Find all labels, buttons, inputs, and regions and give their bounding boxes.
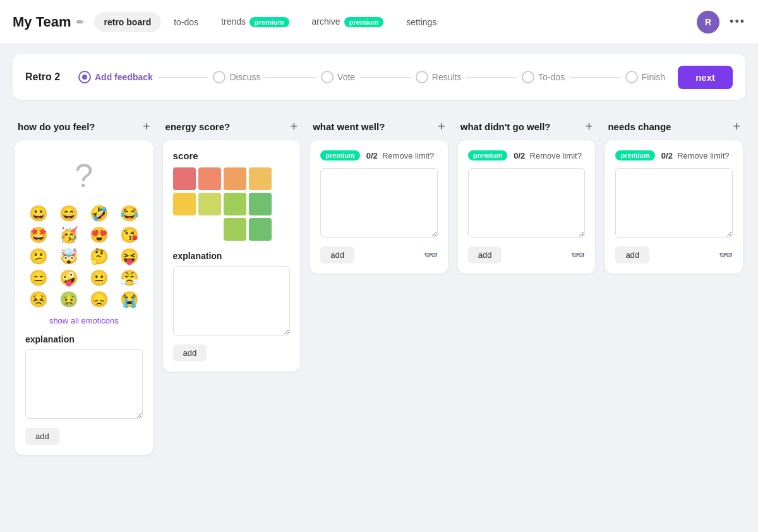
score-cell-4[interactable] (249, 167, 272, 190)
emoticon-12[interactable]: 😝 (116, 248, 143, 265)
mask-icon-didnt-go-well[interactable]: 👓 (571, 248, 585, 262)
retro-label: Retro 2 (25, 71, 63, 83)
score-label: score (173, 150, 291, 161)
more-options-button[interactable]: ••• (730, 15, 745, 28)
score-cell-8[interactable] (249, 193, 272, 215)
explanation-textarea-feel[interactable] (25, 349, 143, 419)
step-circle-finish (625, 71, 638, 83)
emoticon-17[interactable]: 😣 (25, 291, 52, 308)
score-cell-9 (173, 218, 196, 241)
score-cell-5[interactable] (173, 193, 196, 215)
emoticon-1[interactable]: 😀 (25, 205, 52, 222)
step-results[interactable]: Results (416, 71, 462, 83)
add-col-needs-change-button[interactable]: + (733, 120, 740, 133)
tab-settings[interactable]: settings (396, 12, 447, 32)
score-grid (173, 167, 291, 241)
emoticon-2[interactable]: 😄 (56, 205, 82, 222)
add-went-well-button[interactable]: add (320, 246, 354, 263)
card-footer-didnt-go-well: add 👓 (468, 246, 586, 263)
emoticon-5[interactable]: 🤩 (25, 226, 52, 244)
steps: Add feedback Discuss Vote Results To-dos… (78, 71, 665, 83)
premium-badge-what-didnt-go-well: premium (468, 150, 507, 160)
show-all-emoticons-link[interactable]: show all emoticons (25, 316, 143, 325)
team-name-text: My Team (13, 14, 71, 30)
tab-archive[interactable]: archivepremium (302, 11, 394, 32)
score-cell-6[interactable] (198, 193, 221, 215)
score-cell-1[interactable] (173, 167, 196, 190)
team-title: My Team ✏ (13, 14, 84, 30)
column-title-feel: how do you feel? (18, 121, 95, 132)
score-cell-2[interactable] (198, 167, 221, 190)
emoticon-14[interactable]: 🤪 (56, 269, 82, 287)
emoticon-3[interactable]: 🤣 (86, 205, 112, 222)
tab-retro-board[interactable]: retro board (94, 12, 162, 32)
step-label-results: Results (432, 72, 462, 82)
column-header-needs-change: needs change + (605, 110, 743, 140)
needs-change-card: premium 0/2 Remove limit? add 👓 (605, 140, 743, 274)
emoticon-4[interactable]: 😂 (116, 205, 143, 222)
add-col-energy-button[interactable]: + (291, 120, 298, 133)
feedback-textarea-needs-change[interactable] (615, 168, 733, 238)
add-energy-button[interactable]: add (173, 344, 207, 361)
emoticon-20[interactable]: 😭 (116, 291, 143, 308)
emoticon-19[interactable]: 😞 (86, 291, 112, 308)
feel-card: ? 😀 😄 🤣 😂 🤩 🥳 😍 😘 😕 🤯 🤔 😝 😑 🤪 😐 😤 😣 (15, 140, 153, 455)
step-finish[interactable]: Finish (625, 71, 665, 83)
explanation-label-feel: explanation (25, 334, 143, 344)
score-cell-10 (198, 218, 221, 241)
feedback-textarea-went-well[interactable] (320, 168, 438, 238)
nav-tabs: retro board to-dos trendspremium archive… (94, 11, 697, 32)
step-todos[interactable]: To-dos (522, 71, 565, 83)
column-what-didnt-go-well: what didn't go well? + premium 0/2 Remov… (453, 110, 601, 455)
card-footer-needs-change: add 👓 (615, 246, 733, 263)
tab-to-dos[interactable]: to-dos (164, 12, 208, 32)
step-label-discuss: Discuss (229, 72, 260, 82)
step-circle-vote (321, 71, 334, 83)
edit-team-icon[interactable]: ✏ (76, 17, 84, 27)
emoticon-6[interactable]: 🥳 (56, 226, 82, 244)
step-label-vote: Vote (337, 72, 355, 82)
column-energy-score: energy score? + score explanation (158, 110, 306, 455)
step-circle-results (416, 71, 428, 83)
next-button[interactable]: next (678, 66, 733, 89)
add-needs-change-button[interactable]: add (615, 246, 649, 263)
step-line-2 (265, 77, 316, 78)
add-col-feel-button[interactable]: + (143, 120, 150, 133)
mask-icon-needs-change[interactable]: 👓 (719, 248, 733, 262)
mask-icon-went-well[interactable]: 👓 (424, 248, 438, 262)
step-line-5 (570, 77, 620, 78)
add-col-went-well-button[interactable]: + (438, 120, 445, 133)
header: My Team ✏ retro board to-dos trendspremi… (0, 0, 758, 44)
tab-trends[interactable]: trendspremium (211, 11, 299, 32)
step-dot (82, 75, 87, 80)
score-cell-12[interactable] (249, 218, 272, 241)
emoticon-18[interactable]: 🤢 (56, 291, 82, 308)
add-didnt-go-well-button[interactable]: add (468, 246, 502, 263)
step-label-add-feedback: Add feedback (95, 72, 153, 82)
emoticon-16[interactable]: 😤 (116, 269, 143, 287)
avatar[interactable]: R (697, 11, 719, 33)
score-cell-7[interactable] (224, 193, 246, 215)
emoticon-13[interactable]: 😑 (25, 269, 52, 287)
emoticon-15[interactable]: 😐 (86, 269, 112, 287)
step-circle-todos (522, 71, 534, 83)
step-discuss[interactable]: Discuss (213, 71, 260, 83)
add-col-didnt-go-well-button[interactable]: + (586, 120, 593, 133)
column-header-energy: energy score? + (163, 110, 301, 140)
emoticon-9[interactable]: 😕 (25, 248, 52, 265)
score-cell-11[interactable] (224, 218, 246, 241)
emoticon-7[interactable]: 😍 (86, 226, 112, 244)
emoticon-11[interactable]: 🤔 (86, 248, 112, 265)
emoticon-8[interactable]: 😘 (116, 226, 143, 244)
step-vote[interactable]: Vote (321, 71, 355, 83)
question-mark-icon: ? (25, 157, 143, 195)
score-cell-3[interactable] (224, 167, 246, 190)
header-right: R ••• (697, 11, 745, 33)
step-add-feedback[interactable]: Add feedback (78, 71, 153, 83)
explanation-textarea-energy[interactable] (173, 266, 291, 336)
emoticon-10[interactable]: 🤯 (56, 248, 82, 265)
add-feel-button[interactable]: add (25, 428, 59, 445)
emoticons-grid: 😀 😄 🤣 😂 🤩 🥳 😍 😘 😕 🤯 🤔 😝 😑 🤪 😐 😤 😣 🤢 😞 (25, 205, 143, 308)
step-line-1 (158, 77, 208, 78)
feedback-textarea-didnt-go-well[interactable] (468, 168, 586, 238)
